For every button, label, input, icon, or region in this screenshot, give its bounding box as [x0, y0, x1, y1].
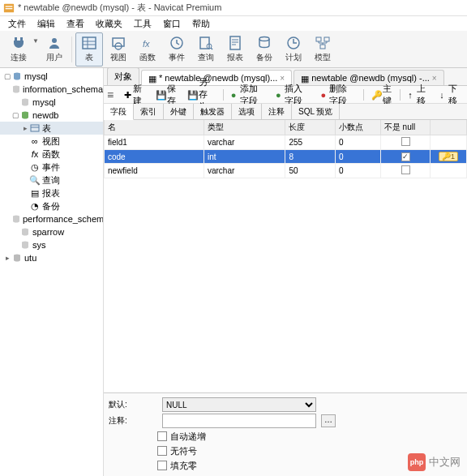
separator	[223, 89, 224, 101]
db-grey-icon	[19, 96, 31, 108]
menubar: 文件 编辑 查看 收藏夹 工具 窗口 帮助	[0, 16, 467, 31]
default-label: 默认:	[109, 399, 157, 410]
svg-rect-4	[83, 37, 96, 49]
svg-rect-1	[6, 6, 13, 6]
clock-small-icon: ◷	[29, 161, 41, 173]
plan-button[interactable]: 计划	[280, 32, 307, 66]
titlebar: * newtable @newdb (mysql) - 表 - Navicat …	[0, 0, 467, 16]
report-button[interactable]: 报表	[221, 32, 249, 66]
save-icon: 💾	[156, 90, 165, 100]
table-row[interactable]: codeint80✓🔑1	[105, 150, 467, 164]
sidebar: ▢mysql information_schema mysql ▢newdb ▸…	[0, 68, 104, 476]
separator	[71, 36, 72, 62]
col-decimals[interactable]: 小数点	[335, 120, 380, 135]
separator	[363, 89, 364, 101]
svg-line-14	[211, 48, 212, 49]
svg-point-19	[259, 37, 269, 41]
subtab-fk[interactable]: 外键	[164, 104, 194, 119]
col-notnull[interactable]: 不是 null	[380, 120, 430, 135]
key-icon: 🔑	[371, 90, 381, 100]
tree-connection-utu[interactable]: ▸utu	[0, 251, 103, 264]
tree-db-newdb[interactable]: ▢newdb	[0, 109, 103, 122]
user-button[interactable]: 用户	[41, 32, 68, 66]
subtab-fields[interactable]: 字段	[104, 104, 134, 120]
tree-views[interactable]: ∞视图	[0, 135, 103, 148]
menu-tools[interactable]: 工具	[129, 17, 156, 31]
dropdown-icon[interactable]: ▼	[32, 37, 39, 45]
table-row[interactable]: field1varchar2550	[105, 135, 467, 150]
subtab-comment[interactable]: 注释	[262, 104, 292, 119]
function-button[interactable]: fx 函数	[134, 32, 161, 66]
default-select[interactable]: NULL	[162, 397, 316, 412]
tree-backups[interactable]: ◔备份	[0, 199, 103, 212]
view-button[interactable]: 视图	[105, 32, 132, 66]
menu-view[interactable]: 查看	[62, 17, 89, 31]
hamburger-icon[interactable]: ≡	[107, 88, 117, 101]
tree-reports[interactable]: ▤报表	[0, 187, 103, 199]
menu-window[interactable]: 窗口	[158, 17, 186, 31]
event-button[interactable]: 事件	[163, 32, 191, 66]
query-button[interactable]: 查询	[192, 32, 220, 66]
menu-file[interactable]: 文件	[3, 17, 31, 31]
model-button[interactable]: 模型	[309, 32, 336, 66]
comment-input[interactable]	[162, 414, 316, 428]
calendar-icon	[285, 35, 302, 51]
designer-tabs: 字段 索引 外键 触发器 选项 注释 SQL 预览	[104, 104, 467, 120]
php-badge-icon: php	[408, 453, 426, 471]
subtab-sql[interactable]: SQL 预览	[292, 104, 340, 119]
tree-db-information-schema[interactable]: information_schema	[0, 83, 103, 96]
plug-icon	[11, 35, 27, 51]
fx-small-icon: fx	[29, 148, 41, 160]
tree-db-mysql[interactable]: mysql	[0, 96, 103, 109]
svg-rect-28	[31, 125, 39, 131]
tree-connection[interactable]: ▢mysql	[0, 70, 103, 83]
notnull-checkbox[interactable]: ✓	[401, 152, 410, 161]
down-icon: ↓	[439, 90, 447, 100]
tree-db-sys[interactable]: sys	[0, 238, 103, 251]
notnull-checkbox[interactable]	[401, 137, 410, 146]
col-name[interactable]: 名	[105, 120, 204, 135]
col-key[interactable]	[431, 120, 467, 135]
subtab-index[interactable]: 索引	[134, 104, 164, 119]
notnull-checkbox[interactable]	[401, 165, 410, 174]
grid-header: 名 类型 长度 小数点 不是 null	[105, 120, 467, 135]
db-icon	[11, 71, 23, 82]
window-title: * newtable @newdb (mysql) - 表 - Navicat …	[18, 2, 221, 14]
table-button[interactable]: 表	[75, 32, 103, 66]
subtab-trigger[interactable]: 触发器	[194, 104, 232, 119]
menu-fav[interactable]: 收藏夹	[91, 17, 127, 31]
zerofill-checkbox[interactable]	[157, 461, 167, 470]
auto-increment-checkbox[interactable]	[157, 431, 167, 441]
tree-queries[interactable]: 🔍查询	[0, 174, 103, 187]
delete-icon: ●	[320, 90, 328, 100]
col-type[interactable]: 类型	[204, 120, 285, 135]
tree-functions[interactable]: fx函数	[0, 148, 103, 161]
tree-events[interactable]: ◷事件	[0, 161, 103, 174]
app-icon	[3, 2, 15, 14]
menu-edit[interactable]: 编辑	[32, 17, 60, 31]
comment-label: 注释:	[109, 415, 157, 427]
main-toolbar: 连接 ▼ 用户 表 视图 fx 函数 事件 查询 报表 备份 计划 模型	[0, 31, 467, 68]
menu-help[interactable]: 帮助	[187, 17, 215, 31]
subtab-options[interactable]: 选项	[232, 104, 262, 119]
backup-icon	[256, 35, 272, 51]
query-small-icon: 🔍	[29, 174, 41, 186]
tree-tables[interactable]: ▸表	[0, 122, 103, 135]
saveas-icon: 💾	[187, 90, 197, 100]
fields-grid[interactable]: 名 类型 长度 小数点 不是 null field1varchar2550cod…	[104, 120, 467, 392]
tree-db-performance[interactable]: performance_schema	[0, 212, 103, 225]
connect-button[interactable]: 连接	[5, 32, 32, 66]
backup-button[interactable]: 备份	[251, 32, 278, 66]
view-small-icon: ∞	[29, 135, 41, 147]
close-icon[interactable]: ×	[432, 74, 437, 83]
table-row[interactable]: newfieldvarchar500	[105, 164, 467, 178]
tree-db-sparrow[interactable]: sparrow	[0, 225, 103, 238]
unsigned-label: 无符号	[170, 445, 197, 457]
col-length[interactable]: 长度	[285, 120, 335, 135]
svg-rect-8	[113, 38, 124, 46]
ellipsis-button[interactable]: …	[321, 414, 336, 427]
watermark: php 中文网	[408, 453, 461, 471]
view-icon	[110, 35, 126, 51]
unsigned-checkbox[interactable]	[157, 446, 167, 456]
svg-rect-12	[200, 37, 209, 49]
